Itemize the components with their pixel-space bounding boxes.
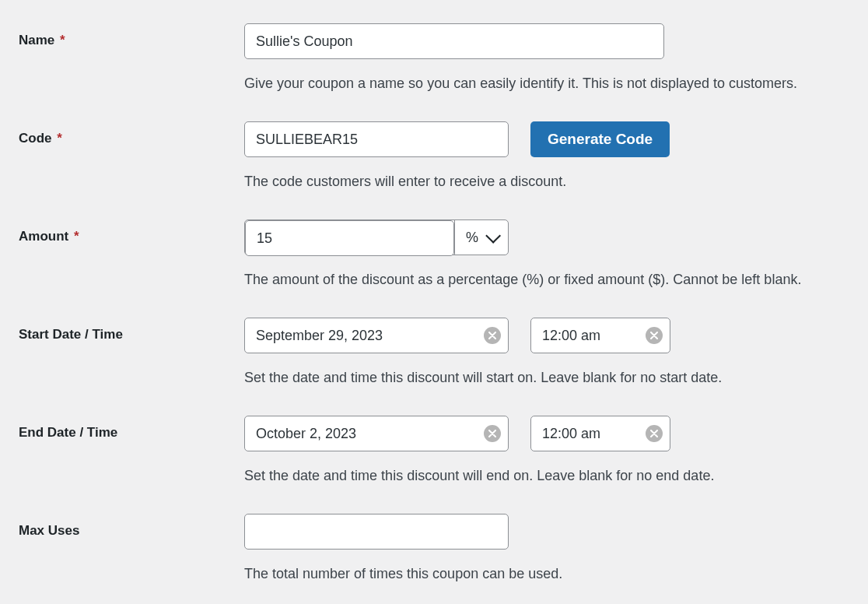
label-name-text: Name: [19, 33, 54, 47]
help-name: Give your coupon a name so you can easil…: [244, 73, 849, 93]
label-end: End Date / Time: [19, 416, 244, 441]
maxuses-input[interactable]: [244, 514, 509, 550]
row-start: Start Date / Time Set the date and time …: [9, 304, 859, 402]
start-date-wrap: [244, 318, 509, 353]
field-name: Give your coupon a name so you can easil…: [244, 23, 849, 93]
label-code: Code *: [19, 121, 244, 146]
label-maxuses-text: Max Uses: [19, 523, 79, 538]
label-maxuses: Max Uses: [19, 514, 244, 539]
field-code: Generate Code The code customers will en…: [244, 121, 849, 191]
close-icon: [488, 332, 496, 339]
close-icon: [488, 430, 496, 437]
coupon-form: Name * Give your coupon a name so you ca…: [0, 0, 868, 604]
label-end-text: End Date / Time: [19, 425, 117, 440]
field-amount: % The amount of the discount as a percen…: [244, 219, 849, 290]
row-end: End Date / Time Set the date and time th…: [9, 402, 859, 500]
label-start-text: Start Date / Time: [19, 327, 123, 342]
label-amount-text: Amount: [19, 229, 68, 244]
end-time-wrap: [530, 416, 670, 451]
end-date-input[interactable]: [244, 416, 509, 451]
required-asterisk: *: [57, 131, 62, 146]
row-name: Name * Give your coupon a name so you ca…: [9, 9, 859, 107]
label-code-text: Code: [19, 131, 52, 146]
close-icon: [650, 430, 658, 437]
help-code: The code customers will enter to receive…: [244, 171, 849, 191]
clear-start-date-button[interactable]: [484, 327, 501, 344]
help-start: Set the date and time this discount will…: [244, 367, 849, 388]
help-end: Set the date and time this discount will…: [244, 465, 849, 486]
code-input[interactable]: [244, 121, 509, 157]
chevron-down-icon: [485, 228, 501, 244]
end-date-wrap: [244, 416, 509, 451]
clear-start-time-button[interactable]: [646, 327, 663, 344]
label-amount: Amount *: [19, 219, 244, 244]
required-asterisk: *: [74, 229, 79, 244]
clear-end-time-button[interactable]: [646, 425, 663, 442]
field-end: Set the date and time this discount will…: [244, 416, 849, 486]
field-start: Set the date and time this discount will…: [244, 318, 849, 388]
clear-end-date-button[interactable]: [484, 425, 501, 442]
row-maxuses: Max Uses The total number of times this …: [9, 500, 859, 598]
amount-type-select[interactable]: %: [454, 220, 508, 255]
amount-wrap: %: [244, 219, 509, 255]
row-amount: Amount * % The amount of the discount as…: [9, 205, 859, 304]
generate-code-button[interactable]: Generate Code: [530, 121, 670, 157]
label-name: Name *: [19, 23, 244, 48]
close-icon: [650, 332, 658, 339]
label-start: Start Date / Time: [19, 318, 244, 342]
field-maxuses: The total number of times this coupon ca…: [244, 514, 849, 584]
start-time-wrap: [530, 318, 670, 353]
amount-input[interactable]: [245, 220, 454, 256]
help-amount: The amount of the discount as a percenta…: [244, 269, 849, 290]
start-date-input[interactable]: [244, 318, 509, 353]
name-input[interactable]: [244, 23, 664, 59]
amount-type-symbol: %: [466, 230, 478, 246]
help-maxuses: The total number of times this coupon ca…: [244, 564, 849, 584]
row-code: Code * Generate Code The code customers …: [9, 107, 859, 205]
required-asterisk: *: [60, 33, 65, 47]
